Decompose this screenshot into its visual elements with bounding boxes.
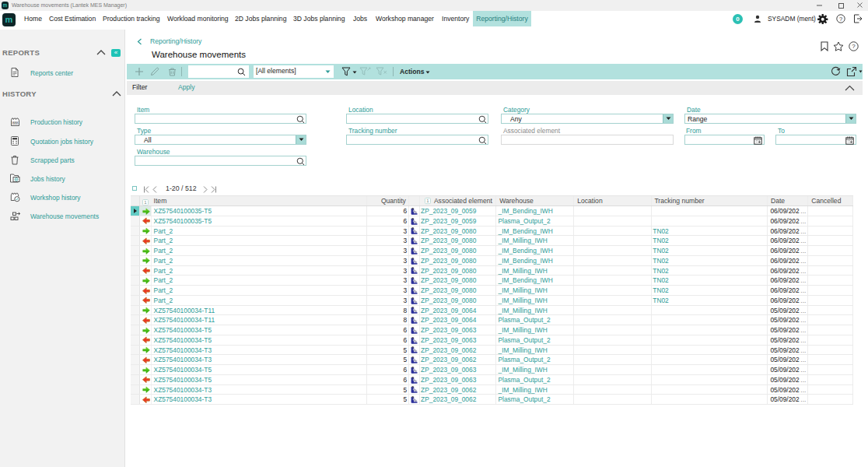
svg-text:888: 888 xyxy=(12,121,19,125)
svg-text:?: ? xyxy=(839,16,842,23)
svg-text:?: ? xyxy=(852,43,856,50)
